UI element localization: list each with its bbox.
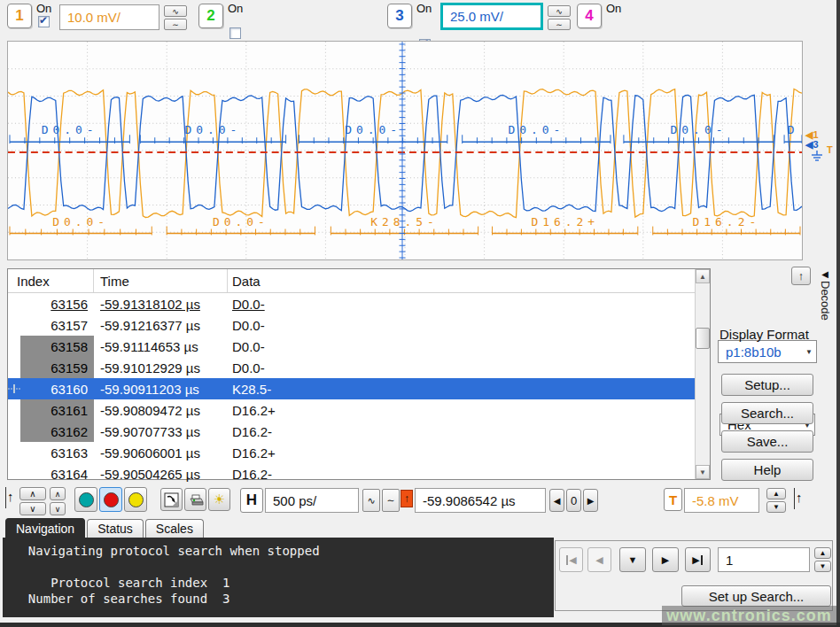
position-left-button[interactable]: ◀ [549, 489, 564, 512]
trigger-marker-arrow-icon: ↑ [794, 488, 803, 509]
table-row[interactable]: 63164-59.90504265 µsD16.2- [8, 463, 696, 484]
search-index-field[interactable]: 1 [718, 547, 810, 572]
search-index-up-button[interactable]: ▲ [814, 547, 831, 559]
column-header-index[interactable]: Index [8, 269, 94, 292]
decode-listing: Index Time Data 63156-59.91318102 µsD0.0… [7, 268, 711, 480]
table-row[interactable]: 63161-59.90809472 µsD16.2+ [8, 399, 696, 421]
column-header-time[interactable]: Time [94, 269, 228, 292]
svg-text:D0.0-: D0.0- [52, 215, 109, 228]
channel-3-scale-coarse-button[interactable]: ∿ [548, 5, 571, 17]
display-format-label: Display Format [719, 327, 809, 342]
svg-text:D16.2+: D16.2+ [531, 215, 599, 228]
horizontal-button[interactable]: H [240, 488, 263, 513]
nudge-down-button[interactable]: ∨ [50, 502, 66, 515]
expand-down-button[interactable]: ∨ [19, 502, 46, 515]
svg-text:D0.0-: D0.0- [213, 215, 269, 228]
position-right-button[interactable]: ▶ [583, 489, 598, 512]
export-image-button[interactable] [160, 488, 183, 511]
run-button[interactable] [74, 487, 97, 512]
decode-side-tab[interactable]: ◀ Decode [814, 265, 836, 341]
save-button[interactable]: Save... [721, 430, 813, 453]
message-console: Navigating protocol search when stopped … [3, 538, 554, 617]
marker-arrow-icon: ↑ [5, 487, 14, 508]
trigger-button[interactable]: T [664, 488, 682, 511]
position-zero-button[interactable]: 0 [566, 489, 581, 512]
help-button[interactable]: Help [721, 459, 813, 481]
horizontal-position-field[interactable]: -59.9086542 µs [415, 488, 546, 513]
svg-text:D0.0-: D0.0- [185, 123, 242, 136]
trigger-level-down-button[interactable]: ▼ [766, 501, 786, 513]
timebase-fine-button[interactable]: ∼ [382, 489, 400, 512]
channel-3-on-label: On [416, 2, 432, 15]
decode-source-dropdown[interactable]: p1:8b10b▼ [718, 340, 817, 363]
single-icon [128, 492, 144, 507]
console-text: Navigating protocol search when stopped … [3, 538, 554, 607]
tab-status[interactable]: Status [87, 519, 144, 538]
scrollbar-thumb[interactable] [696, 328, 710, 349]
single-button[interactable] [124, 487, 147, 512]
channel-1-on-checkbox[interactable] [38, 16, 50, 27]
printer-icon [188, 493, 204, 507]
scrollbar-up-button[interactable]: ▲ [696, 269, 710, 283]
table-row[interactable]: 63157-59.91216377 µsD0.0- [8, 314, 696, 336]
channel-1-scale-field[interactable]: 10.0 mV/ [59, 4, 159, 30]
waveform-display[interactable]: D0.0-D0.0-D0.0-D0.0-D0.0-DD0.0-D0.0-K28.… [7, 41, 803, 260]
channel-3-scale-fine-button[interactable]: ∼ [548, 19, 571, 30]
timebase-coarse-button[interactable]: ∿ [362, 489, 380, 512]
nav-down-button[interactable]: ▼ [619, 547, 646, 572]
channel-2-on-label: On [228, 2, 243, 15]
search-index-down-button[interactable]: ▼ [814, 561, 831, 572]
scrollbar-down-button[interactable]: ▼ [696, 465, 710, 479]
channel-1-scale-coarse-button[interactable]: ∿ [164, 5, 187, 17]
status-tabbar: NavigationStatusScales [5, 518, 206, 538]
nudge-up-button[interactable]: ∧ [50, 487, 66, 500]
waveform-svg: D0.0-D0.0-D0.0-D0.0-D0.0-DD0.0-D0.0-K28.… [8, 42, 802, 259]
channel-1-scale-fine-button[interactable]: ∼ [164, 19, 187, 30]
table-row[interactable]: 63163-59.90606001 µsD16.2+ [8, 442, 696, 463]
expand-up-button[interactable]: ∧ [19, 487, 46, 500]
nav-next-button[interactable]: ▶ [652, 547, 679, 572]
stop-button[interactable] [99, 487, 122, 512]
channel-2-button[interactable]: 2 [198, 4, 223, 28]
svg-text:D0.0-: D0.0- [508, 123, 564, 136]
nav-last-button[interactable]: ▶ [685, 547, 711, 572]
window-right-edge [836, 0, 840, 627]
channel-3-button[interactable]: 3 [387, 4, 412, 28]
panel-collapse-button[interactable]: ↑ [791, 267, 811, 285]
oscilloscope-window: 1 On 10.0 mV/ ∿ ∼ 2 On 3 On 25.0 mV/ ∿ ∼… [0, 0, 840, 627]
channel-4-button[interactable]: 4 [577, 4, 602, 28]
decode-tab-arrow-icon: ◀ [821, 269, 828, 279]
display-brightness-button[interactable]: ☀ [208, 488, 230, 511]
tab-navigation[interactable]: Navigation [5, 518, 85, 538]
timebase-field[interactable]: 500 ps/ [265, 488, 359, 513]
svg-text:D0.0-: D0.0- [42, 123, 98, 136]
set-up-search-button[interactable]: Set up Search... [681, 585, 831, 607]
tab-scales[interactable]: Scales [145, 519, 204, 538]
run-icon [79, 492, 94, 507]
search-button[interactable]: Search... [721, 402, 813, 424]
setup-button[interactable]: Setup... [721, 374, 813, 396]
print-button[interactable] [184, 488, 206, 511]
svg-text:D0.0-: D0.0- [671, 123, 727, 136]
table-row[interactable]: 63162-59.90707733 µsD16.2- [8, 421, 696, 442]
channel-4-on-label: On [606, 2, 621, 15]
listing-rows: 63156-59.91318102 µsD0.0-63157-59.912163… [8, 293, 696, 484]
table-row[interactable]: 63156-59.91318102 µsD0.0- [8, 293, 696, 314]
navigation-panel: ◀ ◀ ▼ ▶ ▶ 1 ▲ ▼ Set up Search... [555, 540, 833, 611]
trigger-level-field[interactable]: -5.8 mV [684, 488, 759, 513]
table-row[interactable]: 63158-59.91114653 µsD0.0- [8, 336, 696, 357]
svg-text:D16.2-: D16.2- [693, 215, 761, 228]
nav-first-button[interactable]: ◀ [559, 547, 583, 572]
channel-3-scale-field[interactable]: 25.0 mV/ [440, 3, 543, 30]
channel-2-on-checkbox[interactable] [229, 27, 241, 39]
listing-scrollbar[interactable]: ▲ ▼ [695, 269, 710, 479]
export-icon [164, 492, 179, 507]
watermark: www.cntronics.com [662, 606, 836, 625]
trigger-level-up-button[interactable]: ▲ [766, 488, 786, 499]
channel-1-button[interactable]: 1 [7, 4, 32, 28]
column-header-data[interactable]: Data [228, 269, 710, 292]
table-row[interactable]: 63160-59.90911203 µsK28.5- [8, 378, 696, 399]
table-row[interactable]: 63159-59.91012929 µsD0.0- [8, 357, 696, 378]
sun-icon: ☀ [214, 492, 225, 507]
nav-previous-button[interactable]: ◀ [587, 547, 611, 572]
